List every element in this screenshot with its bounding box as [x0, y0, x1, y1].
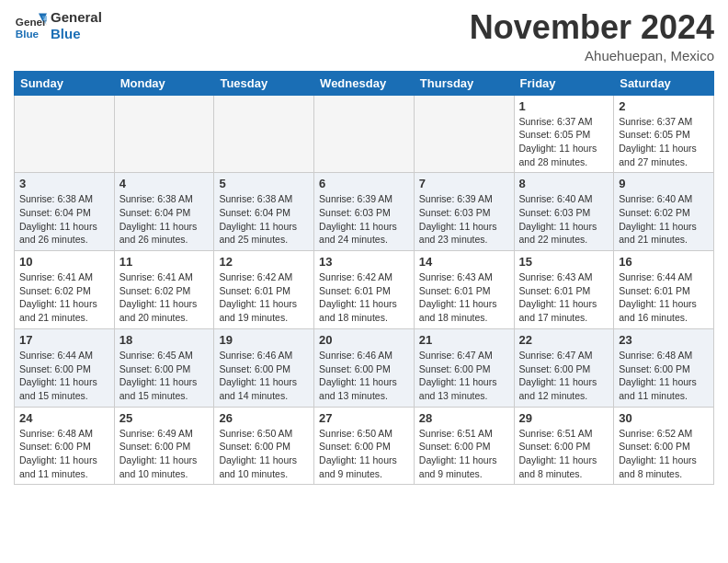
day-info: Sunrise: 6:39 AM Sunset: 6:03 PM Dayligh…: [319, 192, 409, 247]
day-number: 30: [619, 411, 709, 425]
day-number: 14: [419, 255, 509, 269]
calendar-cell: 18Sunrise: 6:45 AM Sunset: 6:00 PM Dayli…: [114, 328, 214, 407]
day-info: Sunrise: 6:40 AM Sunset: 6:02 PM Dayligh…: [619, 192, 709, 247]
calendar-cell: 30Sunrise: 6:52 AM Sunset: 6:00 PM Dayli…: [614, 407, 714, 485]
day-number: 29: [519, 411, 609, 425]
title-block: November 2024 Ahuehuepan, Mexico: [470, 9, 714, 63]
calendar-cell: 12Sunrise: 6:42 AM Sunset: 6:01 PM Dayli…: [214, 251, 314, 329]
day-number: 7: [419, 177, 509, 190]
calendar-cell: 5Sunrise: 6:38 AM Sunset: 6:04 PM Daylig…: [214, 173, 314, 251]
calendar-cell: 9Sunrise: 6:40 AM Sunset: 6:02 PM Daylig…: [614, 173, 714, 251]
day-info: Sunrise: 6:49 AM Sunset: 6:00 PM Dayligh…: [119, 427, 210, 481]
logo-icon: General Blue: [14, 9, 47, 42]
day-info: Sunrise: 6:42 AM Sunset: 6:01 PM Dayligh…: [319, 270, 409, 325]
logo-blue: Blue: [51, 26, 102, 42]
calendar-cell: 14Sunrise: 6:43 AM Sunset: 6:01 PM Dayli…: [414, 251, 514, 329]
day-info: Sunrise: 6:38 AM Sunset: 6:04 PM Dayligh…: [119, 192, 210, 247]
day-info: Sunrise: 6:38 AM Sunset: 6:04 PM Dayligh…: [219, 192, 309, 247]
day-info: Sunrise: 6:37 AM Sunset: 6:05 PM Dayligh…: [619, 115, 709, 169]
day-info: Sunrise: 6:42 AM Sunset: 6:01 PM Dayligh…: [219, 270, 309, 325]
day-number: 8: [519, 177, 609, 190]
location: Ahuehuepan, Mexico: [470, 48, 714, 63]
day-number: 13: [319, 255, 409, 269]
day-info: Sunrise: 6:43 AM Sunset: 6:01 PM Dayligh…: [419, 270, 509, 325]
calendar-cell: 24Sunrise: 6:48 AM Sunset: 6:00 PM Dayli…: [15, 407, 115, 485]
calendar-cell: 25Sunrise: 6:49 AM Sunset: 6:00 PM Dayli…: [114, 407, 214, 485]
day-info: Sunrise: 6:44 AM Sunset: 6:00 PM Dayligh…: [19, 349, 109, 403]
day-number: 24: [19, 411, 109, 425]
day-number: 20: [319, 333, 409, 347]
day-info: Sunrise: 6:40 AM Sunset: 6:03 PM Dayligh…: [519, 192, 609, 247]
day-info: Sunrise: 6:50 AM Sunset: 6:00 PM Dayligh…: [219, 427, 309, 481]
day-number: 11: [119, 255, 210, 269]
day-number: 21: [419, 333, 509, 347]
calendar-week-4: 17Sunrise: 6:44 AM Sunset: 6:00 PM Dayli…: [15, 328, 714, 407]
day-info: Sunrise: 6:41 AM Sunset: 6:02 PM Dayligh…: [119, 270, 210, 325]
day-info: Sunrise: 6:50 AM Sunset: 6:00 PM Dayligh…: [319, 427, 409, 481]
day-info: Sunrise: 6:37 AM Sunset: 6:05 PM Dayligh…: [519, 115, 609, 169]
calendar-cell: 17Sunrise: 6:44 AM Sunset: 6:00 PM Dayli…: [15, 328, 115, 407]
day-number: 12: [219, 255, 309, 269]
weekday-header-thursday: Thursday: [414, 71, 514, 95]
day-number: 5: [219, 177, 309, 190]
calendar-cell: 7Sunrise: 6:39 AM Sunset: 6:03 PM Daylig…: [414, 173, 514, 251]
logo: General Blue General Blue: [14, 9, 102, 42]
weekday-header-tuesday: Tuesday: [214, 71, 314, 95]
calendar-cell: 1Sunrise: 6:37 AM Sunset: 6:05 PM Daylig…: [514, 95, 614, 173]
calendar-cell: 23Sunrise: 6:48 AM Sunset: 6:00 PM Dayli…: [614, 328, 714, 407]
day-info: Sunrise: 6:48 AM Sunset: 6:00 PM Dayligh…: [619, 349, 709, 403]
calendar-week-1: 1Sunrise: 6:37 AM Sunset: 6:05 PM Daylig…: [15, 95, 714, 173]
calendar-week-3: 10Sunrise: 6:41 AM Sunset: 6:02 PM Dayli…: [15, 251, 714, 329]
calendar-cell: 19Sunrise: 6:46 AM Sunset: 6:00 PM Dayli…: [214, 328, 314, 407]
weekday-header-row: SundayMondayTuesdayWednesdayThursdayFrid…: [15, 71, 714, 95]
calendar-cell: 28Sunrise: 6:51 AM Sunset: 6:00 PM Dayli…: [414, 407, 514, 485]
weekday-header-monday: Monday: [114, 71, 214, 95]
calendar-cell: 21Sunrise: 6:47 AM Sunset: 6:00 PM Dayli…: [414, 328, 514, 407]
calendar-cell: 13Sunrise: 6:42 AM Sunset: 6:01 PM Dayli…: [314, 251, 415, 329]
day-number: 26: [219, 411, 309, 425]
page: General Blue General Blue November 2024 …: [0, 0, 728, 499]
day-info: Sunrise: 6:44 AM Sunset: 6:01 PM Dayligh…: [619, 270, 709, 325]
day-number: 18: [119, 333, 210, 347]
calendar-cell: 4Sunrise: 6:38 AM Sunset: 6:04 PM Daylig…: [114, 173, 214, 251]
weekday-header-wednesday: Wednesday: [314, 71, 415, 95]
day-info: Sunrise: 6:45 AM Sunset: 6:00 PM Dayligh…: [119, 349, 210, 403]
month-title: November 2024: [470, 9, 714, 46]
weekday-header-friday: Friday: [514, 71, 614, 95]
day-info: Sunrise: 6:47 AM Sunset: 6:00 PM Dayligh…: [519, 349, 609, 403]
day-info: Sunrise: 6:52 AM Sunset: 6:00 PM Dayligh…: [619, 427, 709, 481]
calendar-cell: 29Sunrise: 6:51 AM Sunset: 6:00 PM Dayli…: [514, 407, 614, 485]
day-number: 23: [619, 333, 709, 347]
day-info: Sunrise: 6:43 AM Sunset: 6:01 PM Dayligh…: [519, 270, 609, 325]
header: General Blue General Blue November 2024 …: [14, 9, 714, 63]
calendar-cell: 16Sunrise: 6:44 AM Sunset: 6:01 PM Dayli…: [614, 251, 714, 329]
day-number: 2: [619, 99, 709, 113]
calendar-cell: 27Sunrise: 6:50 AM Sunset: 6:00 PM Dayli…: [314, 407, 415, 485]
calendar-table: SundayMondayTuesdayWednesdayThursdayFrid…: [14, 71, 714, 486]
day-number: 9: [619, 177, 709, 190]
calendar-cell: 22Sunrise: 6:47 AM Sunset: 6:00 PM Dayli…: [514, 328, 614, 407]
day-info: Sunrise: 6:48 AM Sunset: 6:00 PM Dayligh…: [19, 427, 109, 481]
day-number: 4: [119, 177, 210, 190]
day-number: 19: [219, 333, 309, 347]
calendar-cell: [414, 95, 514, 173]
calendar-cell: 11Sunrise: 6:41 AM Sunset: 6:02 PM Dayli…: [114, 251, 214, 329]
day-info: Sunrise: 6:47 AM Sunset: 6:00 PM Dayligh…: [419, 349, 509, 403]
day-number: 25: [119, 411, 210, 425]
day-number: 27: [319, 411, 409, 425]
calendar-cell: [214, 95, 314, 173]
day-info: Sunrise: 6:51 AM Sunset: 6:00 PM Dayligh…: [519, 427, 609, 481]
day-info: Sunrise: 6:46 AM Sunset: 6:00 PM Dayligh…: [319, 349, 409, 403]
calendar-cell: 15Sunrise: 6:43 AM Sunset: 6:01 PM Dayli…: [514, 251, 614, 329]
day-info: Sunrise: 6:39 AM Sunset: 6:03 PM Dayligh…: [419, 192, 509, 247]
calendar-cell: 2Sunrise: 6:37 AM Sunset: 6:05 PM Daylig…: [614, 95, 714, 173]
calendar-cell: 26Sunrise: 6:50 AM Sunset: 6:00 PM Dayli…: [214, 407, 314, 485]
calendar-cell: [314, 95, 415, 173]
day-info: Sunrise: 6:38 AM Sunset: 6:04 PM Dayligh…: [19, 192, 109, 247]
calendar-cell: 8Sunrise: 6:40 AM Sunset: 6:03 PM Daylig…: [514, 173, 614, 251]
calendar-cell: [114, 95, 214, 173]
day-info: Sunrise: 6:41 AM Sunset: 6:02 PM Dayligh…: [19, 270, 109, 325]
day-number: 28: [419, 411, 509, 425]
day-number: 10: [19, 255, 109, 269]
day-number: 22: [519, 333, 609, 347]
